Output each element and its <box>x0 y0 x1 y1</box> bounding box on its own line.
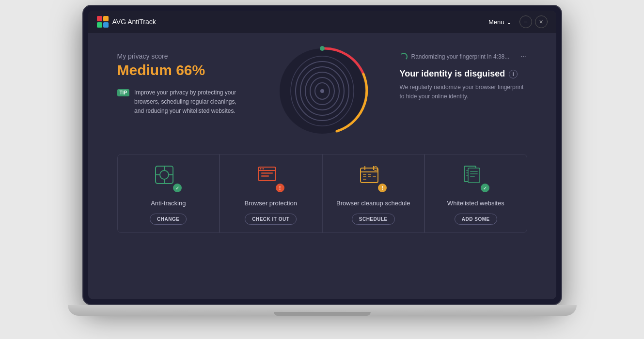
svg-rect-31 <box>363 176 366 177</box>
svg-rect-1 <box>103 16 109 21</box>
minimize-button[interactable]: − <box>519 15 532 28</box>
anti-tracking-badge: ✓ <box>173 184 182 192</box>
fingerprint-status: Randomizing your fingerprint in 4:38... … <box>400 52 527 61</box>
card-browser-protection: ! Browser protection CHECK IT OUT <box>220 154 322 233</box>
close-button[interactable]: × <box>535 15 548 28</box>
svg-rect-24 <box>261 175 269 177</box>
fingerprint-container <box>274 43 371 139</box>
tip-text: Improve your privacy by protecting your … <box>134 88 244 116</box>
svg-rect-30 <box>368 174 371 175</box>
anti-tracking-title: Anti-tracking <box>151 199 186 208</box>
cards-section: ✓ Anti-tracking CHANGE <box>117 154 527 233</box>
whitelisted-badge: ✓ <box>481 184 489 192</box>
tip-section: TIP Improve your privacy by protecting y… <box>117 88 245 116</box>
svg-rect-0 <box>97 16 102 21</box>
status-dots-button[interactable]: ··· <box>520 52 527 61</box>
browser-protection-title: Browser protection <box>245 199 297 208</box>
main-content: My privacy score Medium 66% TIP Improve … <box>88 33 556 299</box>
svg-rect-42 <box>470 171 478 172</box>
whitelisted-icon: ✓ <box>461 164 490 193</box>
identity-description: We regularly randomize your browser fing… <box>400 83 526 101</box>
svg-point-22 <box>262 168 264 170</box>
laptop-base <box>68 305 577 316</box>
title-bar-right: Menu ⌄ − × <box>488 15 548 28</box>
svg-rect-41 <box>468 168 480 183</box>
privacy-score-label: My privacy score <box>117 52 245 60</box>
status-timer-text: Randomizing your fingerprint in 4:38... <box>411 53 517 60</box>
chevron-down-icon: ⌄ <box>506 18 512 26</box>
browser-protection-button[interactable]: CHECK IT OUT <box>245 214 297 225</box>
svg-rect-33 <box>373 176 376 177</box>
app-title: AVG AntiTrack <box>112 18 156 26</box>
svg-point-14 <box>160 170 169 179</box>
tip-badge: TIP <box>117 89 130 96</box>
laptop-container: AVG AntiTrack Menu ⌄ − × <box>56 5 589 334</box>
whitelisted-title: Whitelisted websites <box>447 199 504 208</box>
browser-cleanup-badge: ! <box>378 184 387 192</box>
anti-tracking-button[interactable]: CHANGE <box>150 214 187 225</box>
privacy-score-value: Medium 66% <box>117 62 245 78</box>
card-anti-tracking: ✓ Anti-tracking CHANGE <box>117 154 220 233</box>
svg-rect-23 <box>261 172 273 174</box>
svg-point-5 <box>320 46 325 51</box>
info-icon[interactable]: i <box>509 70 518 78</box>
spinner-icon <box>400 53 408 61</box>
privacy-left: My privacy score Medium 66% TIP Improve … <box>117 47 245 116</box>
svg-rect-29 <box>363 174 366 175</box>
title-bar-left: AVG AntiTrack <box>97 16 156 28</box>
title-bar: AVG AntiTrack Menu ⌄ − × <box>88 11 556 33</box>
menu-button[interactable]: Menu ⌄ <box>488 18 512 26</box>
anti-tracking-icon: ✓ <box>154 164 183 193</box>
svg-rect-2 <box>97 22 102 28</box>
browser-protection-badge: ! <box>276 184 284 192</box>
svg-rect-43 <box>470 173 478 174</box>
svg-rect-44 <box>470 176 475 177</box>
window-controls: − × <box>519 15 548 28</box>
svg-rect-34 <box>363 179 366 180</box>
identity-title: Your identity is disguised i <box>400 69 527 79</box>
browser-cleanup-icon: ! <box>359 164 388 193</box>
screen: AVG AntiTrack Menu ⌄ − × <box>88 11 556 299</box>
card-browser-cleanup: ! Browser cleanup schedule SCHEDULE <box>322 154 425 233</box>
svg-rect-3 <box>103 22 109 28</box>
browser-cleanup-button[interactable]: SCHEDULE <box>352 214 395 225</box>
screen-bezel: AVG AntiTrack Menu ⌄ − × <box>82 5 562 305</box>
browser-protection-icon: ! <box>256 164 285 193</box>
svg-rect-32 <box>368 176 371 177</box>
card-whitelisted: ✓ Whitelisted websites ADD SOME <box>424 154 527 233</box>
svg-point-12 <box>320 89 324 93</box>
svg-point-21 <box>260 168 261 170</box>
browser-cleanup-title: Browser cleanup schedule <box>336 199 410 208</box>
whitelisted-button[interactable]: ADD SOME <box>455 214 497 225</box>
avg-logo <box>97 16 109 28</box>
right-panel: Randomizing your fingerprint in 4:38... … <box>400 47 527 101</box>
privacy-section: My privacy score Medium 66% TIP Improve … <box>117 47 527 139</box>
